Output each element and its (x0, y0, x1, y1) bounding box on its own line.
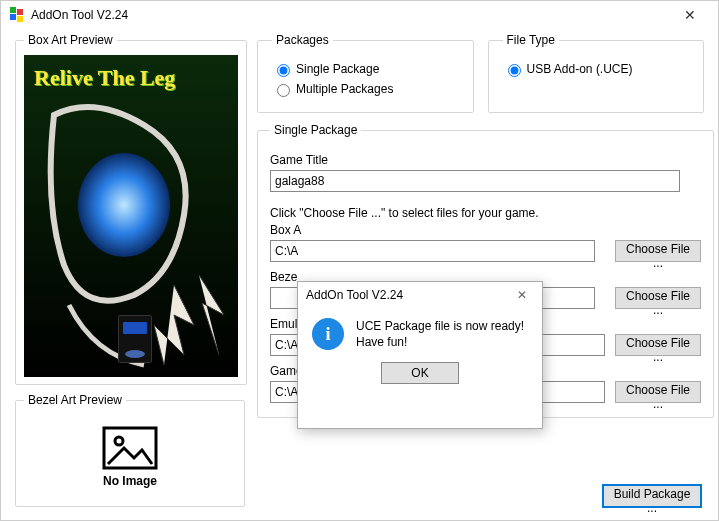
svg-rect-0 (10, 14, 16, 20)
svg-rect-1 (17, 9, 23, 15)
packages-legend: Packages (272, 33, 333, 47)
dialog-title: AddOn Tool V2.24 (306, 288, 510, 302)
radio-single-package[interactable]: Single Package (272, 61, 459, 77)
left-column: Box Art Preview Relive The Leg Bezel A (15, 33, 245, 507)
game-title-input[interactable] (270, 170, 680, 192)
box-art-image: Relive The Leg (24, 55, 238, 377)
choose-bezel-button[interactable]: Choose File ... (615, 287, 701, 309)
main-window: AddOn Tool V2.24 ✕ Box Art Preview Reliv… (0, 0, 719, 521)
box-art-preview: Box Art Preview Relive The Leg (15, 33, 247, 385)
no-image-label: No Image (103, 474, 157, 488)
radio-uce-label: USB Add-on (.UCE) (527, 62, 633, 76)
game-title-label: Game Title (270, 153, 701, 167)
radio-uce-input[interactable] (508, 64, 521, 77)
dialog-line1: UCE Package file is now ready! (356, 318, 524, 334)
info-dialog: AddOn Tool V2.24 ✕ i UCE Package file is… (297, 281, 543, 429)
no-image-icon (102, 426, 158, 470)
svg-point-4 (78, 153, 170, 257)
close-button[interactable]: ✕ (670, 1, 710, 29)
choose-rom-button[interactable]: Choose File ... (615, 381, 701, 403)
dialog-line2: Have fun! (356, 334, 524, 350)
filetype-legend: File Type (503, 33, 559, 47)
radio-uce[interactable]: USB Add-on (.UCE) (503, 61, 690, 77)
box-art-legend: Box Art Preview (24, 33, 117, 47)
build-package-button[interactable]: Build Package ... (602, 484, 702, 508)
bezel-art-legend: Bezel Art Preview (24, 393, 126, 407)
choose-box-art-button[interactable]: Choose File ... (615, 240, 701, 262)
radio-multiple-input[interactable] (277, 84, 290, 97)
click-hint: Click "Choose File ..." to select files … (270, 206, 701, 220)
filetype-group: File Type USB Add-on (.UCE) (488, 33, 705, 113)
dialog-titlebar: AddOn Tool V2.24 ✕ (298, 282, 542, 308)
dialog-message: UCE Package file is now ready! Have fun! (356, 318, 524, 350)
dialog-ok-button[interactable]: OK (381, 362, 459, 384)
svg-point-6 (115, 437, 123, 445)
single-legend: Single Package (270, 123, 361, 137)
radio-single-input[interactable] (277, 64, 290, 77)
dialog-close-button[interactable]: ✕ (510, 288, 534, 302)
radio-multiple-packages[interactable]: Multiple Packages (272, 81, 459, 97)
box-art-input[interactable] (270, 240, 595, 262)
svg-rect-3 (10, 7, 16, 13)
radio-single-label: Single Package (296, 62, 379, 76)
info-icon: i (312, 318, 344, 350)
bezel-art-preview: Bezel Art Preview No Image (15, 393, 245, 507)
box-art-label: Box A (270, 223, 595, 237)
arcade-cabinet-icon (118, 315, 152, 363)
window-body: Box Art Preview Relive The Leg Bezel A (1, 29, 718, 520)
titlebar: AddOn Tool V2.24 ✕ (1, 1, 718, 29)
app-icon (9, 7, 25, 23)
choose-emulator-button[interactable]: Choose File ... (615, 334, 701, 356)
radio-multiple-label: Multiple Packages (296, 82, 393, 96)
svg-rect-2 (17, 16, 23, 22)
packages-group: Packages Single Package Multiple Package… (257, 33, 474, 113)
window-title: AddOn Tool V2.24 (31, 8, 670, 22)
